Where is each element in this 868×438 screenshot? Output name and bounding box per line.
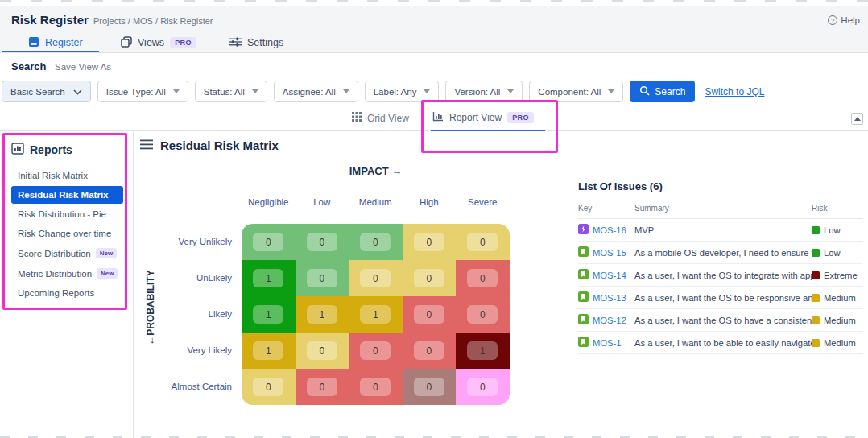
matrix-cell-count: 0 [414, 378, 444, 396]
matrix-cell-almost-certain-medium[interactable]: 0 [349, 369, 403, 405]
matrix-cell-very-unlikely-medium[interactable]: 0 [349, 224, 403, 260]
sidebar-item-score-distribution[interactable]: Score DistributionNew [11, 244, 123, 262]
matrix-cell-very-unlikely-severe[interactable]: 0 [456, 224, 510, 260]
matrix-cell-very-likely-negligible[interactable]: 1 [242, 333, 296, 369]
sidebar-item-initial-risk-matrix[interactable]: Initial Risk Matrix [11, 167, 123, 184]
matrix-cell-likely-high[interactable]: 0 [403, 296, 457, 333]
issue-row: MOS-12As a user, I want the OS to have a… [578, 309, 863, 332]
tab-settings-label: Settings [247, 37, 283, 48]
matrix-cell-almost-certain-high[interactable]: 0 [403, 369, 457, 405]
search-button[interactable]: Search [630, 81, 695, 102]
matrix-cell-count: 1 [307, 305, 337, 324]
issue-key-link[interactable]: MOS-12 [593, 316, 626, 325]
search-icon [639, 85, 650, 98]
tab-grid-view-label: Grid View [367, 113, 409, 124]
filter-dropdown-component[interactable]: Component: All [529, 81, 623, 102]
tab-report-view-label: Report View [449, 112, 502, 123]
dropdown-triangle-icon [507, 89, 514, 93]
reports-heading: Reports [0, 132, 133, 165]
matrix-cell-very-unlikely-high[interactable]: 0 [403, 224, 457, 260]
matrix-cell-very-likely-high[interactable]: 0 [403, 333, 457, 369]
sidebar-item-label: Residual Risk Matrix [18, 190, 108, 200]
risk-color-square [812, 339, 820, 347]
matrix-cell-likely-low[interactable]: 1 [296, 296, 349, 333]
matrix-cell-almost-certain-negligible[interactable]: 0 [242, 369, 296, 405]
issue-key-link[interactable]: MOS-15 [593, 248, 626, 258]
issue-key-link[interactable]: MOS-13 [593, 293, 626, 303]
sidebar-item-risk-distribution-pie[interactable]: Risk Distribution - Pie [11, 205, 123, 223]
views-pro-badge: PRO [170, 37, 196, 48]
tab-grid-view[interactable]: Grid View [352, 112, 409, 124]
help-button[interactable]: ? Help [828, 15, 860, 25]
sidebar-item-upcoming-reports[interactable]: Upcoming Reports [11, 284, 123, 302]
sidebar-item-residual-risk-matrix[interactable]: Residual Risk Matrix [11, 186, 123, 204]
sidebar-item-label: Risk Change over time [18, 229, 111, 238]
matrix-cell-very-unlikely-negligible[interactable]: 0 [242, 224, 296, 260]
filter-dropdowns: Issue Type: AllStatus: AllAssignee: AllL… [97, 81, 624, 102]
matrix-cell-count: 1 [467, 341, 498, 360]
matrix-heading: Residual Risk Matrix [140, 138, 279, 152]
tab-register-label: Register [45, 37, 83, 48]
tab-report-view[interactable]: Report View PRO [432, 111, 534, 124]
issues-col-summary: Summary [634, 200, 812, 219]
issues-col-key: Key [578, 200, 634, 219]
grid-icon [352, 112, 362, 124]
matrix-cell-very-likely-severe[interactable]: 1 [456, 333, 510, 369]
issue-row: MOS-1As a user, I want to be able to eas… [578, 332, 863, 354]
filter-label: Assignee: All [283, 87, 336, 97]
switch-to-jql-link[interactable]: Switch to JQL [705, 86, 764, 97]
matrix-cell-unlikely-medium[interactable]: 0 [349, 260, 403, 296]
matrix-cell-unlikely-negligible[interactable]: 1 [242, 260, 296, 296]
matrix-cell-count: 0 [467, 269, 498, 287]
matrix-cell-unlikely-high[interactable]: 0 [403, 260, 457, 296]
reports-list: Initial Risk MatrixResidual Risk MatrixR… [0, 167, 133, 302]
filter-label: Status: All [204, 87, 245, 97]
sidebar-item-risk-change-over-time[interactable]: Risk Change over time [11, 225, 123, 242]
bar-chart-icon [432, 111, 444, 124]
matrix-cell-very-unlikely-low[interactable]: 0 [296, 224, 349, 260]
matrix-cell-very-likely-low[interactable]: 0 [296, 333, 349, 369]
filter-dropdown-assignee[interactable]: Assignee: All [274, 81, 358, 102]
dropdown-triangle-icon [343, 89, 349, 93]
issue-key-link[interactable]: MOS-14 [593, 271, 626, 280]
matrix-cell-likely-medium[interactable]: 1 [349, 296, 403, 333]
reports-heading-label: Reports [30, 143, 72, 156]
matrix-cell-count: 0 [360, 233, 391, 251]
sidebar-item-metric-distribution[interactable]: Metric DistributionNew [11, 264, 123, 283]
matrix-cell-very-likely-medium[interactable]: 0 [349, 333, 403, 369]
matrix-cell-almost-certain-low[interactable]: 0 [296, 369, 349, 405]
issue-key-link[interactable]: MOS-1 [593, 338, 621, 348]
save-view-as-link[interactable]: Save View As [55, 62, 111, 72]
dropdown-triangle-icon [608, 89, 614, 93]
issue-key-link[interactable]: MOS-16 [593, 225, 626, 235]
matrix-cell-count: 0 [307, 378, 337, 396]
collapse-panel-button[interactable] [851, 113, 863, 125]
dropdown-triangle-icon [424, 89, 430, 93]
matrix-cell-unlikely-severe[interactable]: 0 [456, 260, 510, 296]
filter-label: Label: Any [374, 87, 417, 97]
tab-register[interactable]: Register [28, 33, 83, 52]
risk-color-square [812, 226, 820, 234]
epic-issue-type-icon [578, 224, 589, 236]
filter-dropdown-version[interactable]: Version: All [445, 81, 523, 102]
basic-search-dropdown[interactable]: Basic Search [2, 81, 91, 102]
matrix-cell-likely-severe[interactable]: 0 [456, 296, 510, 333]
matrix-cell-likely-negligible[interactable]: 1 [242, 296, 296, 333]
filter-dropdown-status[interactable]: Status: All [195, 81, 267, 102]
issue-row: MOS-16MVPLow [578, 219, 863, 242]
help-icon: ? [828, 15, 837, 25]
tab-views[interactable]: Views PRO [121, 33, 196, 52]
matrix-cell-count: 0 [414, 305, 444, 324]
sidebar-item-label: Score Distribution [18, 249, 91, 258]
issues-panel-title: List Of Issues (6) [578, 180, 863, 192]
risk-level-label: Low [824, 248, 841, 258]
dropdown-triangle-icon [252, 89, 258, 93]
filter-dropdown-issue-type[interactable]: Issue Type: All [97, 81, 188, 102]
hamburger-menu-icon[interactable] [140, 138, 153, 152]
matrix-cell-almost-certain-severe[interactable]: 0 [456, 369, 510, 405]
page-title: Risk Register [11, 13, 89, 27]
tab-settings[interactable]: Settings [229, 33, 283, 52]
matrix-cell-unlikely-low[interactable]: 0 [296, 260, 349, 296]
filter-toolbar: Basic Search Issue Type: AllStatus: AllA… [2, 81, 764, 102]
filter-dropdown-label[interactable]: Label: Any [365, 81, 440, 102]
